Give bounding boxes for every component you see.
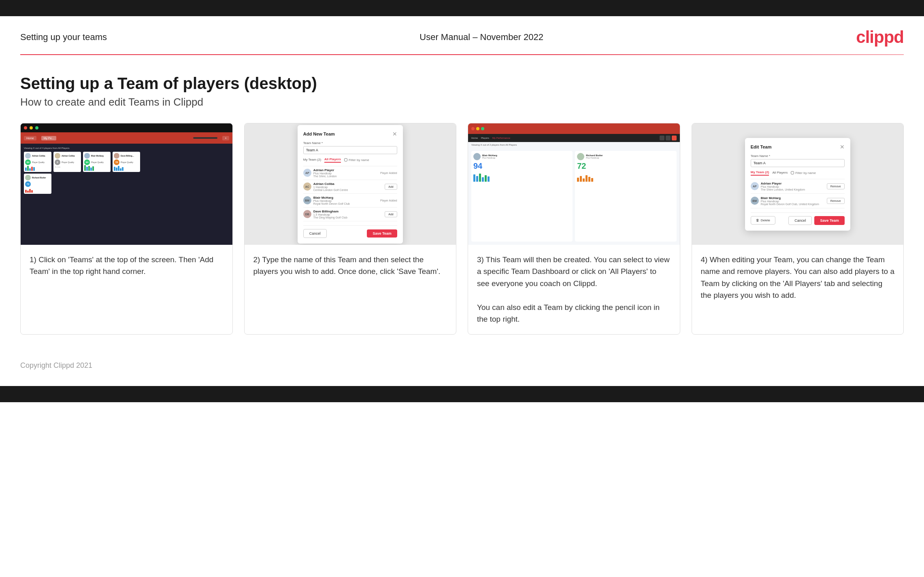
edit-footer: 🗑 Delete Cancel Save Team (751, 212, 845, 225)
window-minimize-dot (30, 126, 33, 129)
player-name-4: Dave Billingham (313, 210, 347, 213)
edit-filter-checkbox[interactable] (791, 171, 794, 174)
player-row-1: AP Adrian Player Plus HandicapThe Shire,… (303, 166, 397, 180)
dash-nav: Home My Pe... + (21, 132, 232, 144)
edit-tab-all-players[interactable]: All Players (772, 171, 788, 175)
edit-filter-by-name: Filter by name (791, 171, 816, 175)
page-subtitle: How to create and edit Teams in Clippd (20, 96, 904, 108)
modal-close-icon[interactable]: ✕ (392, 131, 397, 137)
window-maximize-dot (35, 126, 38, 129)
edit-player-row-2: BM Blair McHarg Plus HandicapRoyal North… (751, 194, 845, 208)
dot-min (476, 127, 479, 130)
edit-player-list: AP Adrian Player Plus HandicapThe Shire … (751, 179, 845, 208)
remove-player-btn-1[interactable]: Remove (827, 183, 845, 189)
tpc-bars-1 (473, 173, 571, 182)
team-name-label: Team Name * (303, 141, 397, 145)
edit-tab-my-team[interactable]: My Team (2) (751, 170, 769, 176)
card-4-screenshot: Edit Team ✕ Team Name * My Team (2) All … (692, 123, 904, 245)
window-close-dot (24, 126, 27, 129)
card-3-screenshot: Home Players My Performance Viewing X ou… (468, 123, 680, 245)
top-bar (0, 0, 924, 16)
page-title-area: Setting up a Team of players (desktop) H… (0, 55, 924, 123)
player-avatar-3: BM (303, 196, 311, 204)
page-footer: Copyright Clippd 2021 (0, 355, 924, 386)
tab-all-players[interactable]: All Players (324, 157, 341, 163)
tpc-score-2: 72 (577, 161, 586, 171)
dot-max (481, 127, 484, 130)
player-card-mini-1: Adrian Coliba 84 Player Quality (24, 152, 51, 172)
tpc-header-2: Richard Butler Plus Handicap (577, 153, 674, 160)
player-info-1: AP Adrian Player Plus HandicapThe Shire,… (303, 168, 337, 178)
save-team-button[interactable]: Save Team (367, 229, 397, 238)
tpc-bars-2 (577, 173, 674, 182)
team-name-input[interactable] (303, 146, 397, 154)
card-3: Home Players My Performance Viewing X ou… (468, 123, 680, 335)
nav-add: + (222, 136, 229, 140)
dashboard-mock: Home My Pe... + Viewing X out of 4 playe… (21, 123, 232, 245)
nav-performance-label: My Performance (492, 137, 510, 139)
player-card-mini-4: Dave Billing... 78 Player Quality (113, 152, 140, 172)
edit-save-team-button[interactable]: Save Team (814, 216, 844, 225)
player-detail-4: 1.5 HandicapThe Ding Maying Golf Club (313, 213, 347, 219)
nav-players-label: Players (481, 137, 489, 139)
tpc-club-1: Plus Handicap (482, 157, 497, 159)
team-dash-topbar (468, 123, 680, 134)
edit-player-row-1: AP Adrian Player Plus HandicapThe Shire … (751, 179, 845, 194)
nav-btn-2 (666, 136, 671, 140)
cancel-button[interactable]: Cancel (303, 229, 327, 238)
nav-btn-3 (672, 136, 677, 140)
tab-my-team[interactable]: My Team (2) (303, 158, 321, 162)
player-status-1: Player Added (380, 172, 397, 174)
card-2-screenshot: Add New Team ✕ Team Name * My Team (2) A… (245, 123, 456, 245)
edit-team-name-label: Team Name * (751, 154, 845, 158)
team-dash-nav: Home Players My Performance (468, 134, 680, 142)
edit-modal-title: Edit Team (751, 144, 772, 149)
nav-home-label: Home (471, 137, 478, 139)
nav-search (193, 137, 217, 139)
player-detail-3: Plus HandicapRoyal North Devon Golf Club (313, 199, 350, 205)
player-avatar-2: AC (303, 182, 311, 191)
delete-team-button[interactable]: 🗑 Delete (751, 216, 775, 225)
edit-player-detail-2: Plus HandicapRoyal North Devon Golf Club… (761, 200, 819, 206)
player-avatar-4: DB (303, 210, 311, 218)
edit-footer-right: Cancel Save Team (788, 216, 844, 225)
add-player-btn-2[interactable]: Add (385, 184, 397, 190)
edit-player-avatar-2: BM (751, 197, 759, 205)
tpc-header-1: Blair McHarg Plus Handicap (473, 153, 571, 160)
player-status-3: Player Added (380, 199, 397, 202)
player-card-mini-3: Blair McHarg 94 Player Quality (83, 152, 111, 172)
tpc-score-1: 94 (473, 161, 482, 171)
edit-player-avatar-1: AP (751, 182, 759, 190)
edit-team-modal: Edit Team ✕ Team Name * My Team (2) All … (745, 138, 850, 231)
trash-icon: 🗑 (756, 218, 759, 222)
player-row-4: DB Dave Billingham 1.5 HandicapThe Ding … (303, 208, 397, 221)
edit-player-detail-1: Plus HandicapThe Shire London, United Ki… (761, 185, 805, 191)
player-detail-2: 1 HandicapCentral London Golf Centre (313, 186, 348, 191)
delete-label: Delete (761, 218, 770, 222)
card-3-text: 3) This Team will then be created. You c… (468, 245, 680, 334)
player-list: AP Adrian Player Plus HandicapThe Shire,… (303, 166, 397, 221)
copyright-text: Copyright Clippd 2021 (20, 361, 92, 369)
card-4-text: 4) When editing your Team, you can chang… (692, 245, 904, 334)
filter-checkbox[interactable] (344, 158, 347, 161)
add-player-btn-4[interactable]: Add (385, 211, 397, 217)
edit-modal-close-icon[interactable]: ✕ (840, 144, 845, 150)
team-dash-subtitle: Viewing X out of 2 players from All Play… (468, 142, 680, 148)
modal-footer: Cancel Save Team (303, 225, 397, 238)
edit-team-name-input[interactable] (751, 159, 845, 167)
player-card-mini-2: Adrian Coliba 0 Player Quality No data (53, 152, 81, 172)
edit-cancel-button[interactable]: Cancel (788, 216, 812, 225)
edit-player-name-1: Adrian Player (761, 182, 805, 185)
player-avatar-1: AP (303, 169, 311, 177)
header-center-text: User Manual – November 2022 (419, 32, 543, 42)
modal-title: Add New Team (303, 132, 335, 136)
player-row-2: AC Adrian Coliba 1 HandicapCentral Londo… (303, 180, 397, 194)
team-player-card-1: Blair McHarg Plus Handicap 94 (471, 151, 573, 242)
card-1: Home My Pe... + Viewing X out of 4 playe… (20, 123, 233, 335)
card-2: Add New Team ✕ Team Name * My Team (2) A… (244, 123, 457, 335)
bottom-bar (0, 386, 924, 402)
remove-player-btn-2[interactable]: Remove (827, 198, 845, 204)
dash-content: Viewing X out of 4 players from All Play… (21, 144, 232, 196)
edit-player-info-2: BM Blair McHarg Plus HandicapRoyal North… (751, 196, 819, 206)
edit-modal-header: Edit Team ✕ (751, 144, 845, 150)
